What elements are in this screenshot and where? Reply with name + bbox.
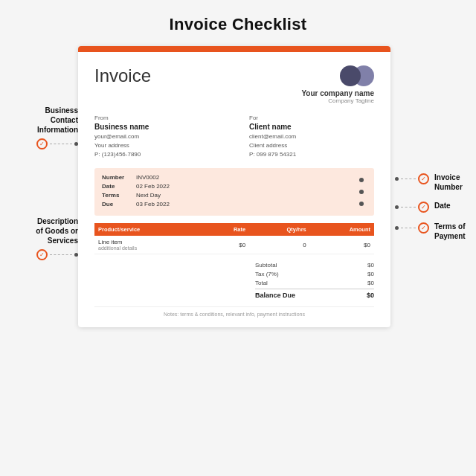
table-row: Line item additional details $0 0 $0 <box>94 236 374 254</box>
from-name: Business name <box>94 123 219 131</box>
for-email: client@email.com <box>249 132 374 141</box>
cell-amount: $0 <box>310 236 374 254</box>
balance-row: Balance Due $0 <box>255 289 374 300</box>
annotation-terms-payment: ✓ Terms ofPayment <box>395 222 457 241</box>
totals-table: Subtotal $0 Tax (7%) $0 Total $0 Balance… <box>255 260 374 300</box>
annotation-date: ✓ Date <box>395 201 457 213</box>
terms-payment-label: Terms ofPayment <box>434 222 466 241</box>
for-address: Client address <box>249 141 374 150</box>
from-phone: P: (123)456-7890 <box>94 150 219 159</box>
dot-3 <box>359 202 364 206</box>
for-column: For Client name client@email.com Client … <box>249 115 374 159</box>
invoice-card: Invoice Your company name Company Taglin… <box>78 46 390 327</box>
for-label: For <box>249 115 374 121</box>
from-label: From <box>94 115 219 121</box>
subtotal-value: $0 <box>367 262 374 268</box>
date-val: 02 Feb 2022 <box>136 183 170 190</box>
tax-row: Tax (7%) $0 <box>255 269 374 278</box>
detail-date-row: Date 02 Feb 2022 <box>102 183 352 190</box>
detail-terms-row: Terms Next Day <box>102 192 352 199</box>
balance-label: Balance Due <box>255 292 295 299</box>
products-table: Product/service Rate Qty/hrs Amount Line… <box>94 223 374 254</box>
annotation-business-contact: BusinessContactInformation ✓ <box>19 106 78 149</box>
company-tagline: Company Tagline <box>301 97 374 104</box>
invoice-number-label: InvoiceNumber <box>434 173 463 192</box>
business-contact-label: BusinessContactInformation <box>19 106 78 135</box>
table-header-row: Product/service Rate Qty/hrs Amount <box>94 223 374 236</box>
col-rate: Rate <box>205 223 249 236</box>
product-sub: additional details <box>98 245 202 251</box>
description-check: ✓ <box>36 249 48 260</box>
detail-due-row: Due 03 Feb 2022 <box>102 201 352 208</box>
right-annotations: ✓ InvoiceNumber ✓ Date ✓ Terms ofPayment <box>390 46 457 245</box>
number-key: Number <box>102 174 130 181</box>
business-contact-check: ✓ <box>36 138 48 149</box>
orange-bar <box>78 46 390 52</box>
cell-rate: $0 <box>205 236 249 254</box>
number-val: INV0002 <box>136 174 159 181</box>
for-name: Client name <box>249 123 374 131</box>
due-val: 03 Feb 2022 <box>136 201 170 208</box>
company-info: Your company name Company Tagline <box>301 65 374 104</box>
table-header: Product/service Rate Qty/hrs Amount <box>94 223 374 236</box>
subtotal-label: Subtotal <box>255 262 277 268</box>
invoice-details-box: Number INV0002 Date 02 Feb 2022 Terms Ne… <box>94 168 374 216</box>
description-label: Descriptionof Goods orServices <box>19 216 78 245</box>
tax-value: $0 <box>367 271 374 277</box>
for-phone: P: 099 879 54321 <box>249 150 374 159</box>
left-annotations: BusinessContactInformation ✓ Description… <box>19 46 78 265</box>
col-product: Product/service <box>94 223 205 236</box>
annotation-description: Descriptionof Goods orServices ✓ <box>19 216 78 260</box>
product-name: Line item <box>98 239 202 245</box>
details-dots <box>359 174 367 210</box>
terms-payment-check: ✓ <box>418 222 429 234</box>
total-value: $0 <box>367 280 374 286</box>
terms-val: Next Day <box>136 192 161 199</box>
tax-label: Tax (7%) <box>255 271 279 277</box>
totals-section: Subtotal $0 Tax (7%) $0 Total $0 Balance… <box>94 260 374 300</box>
dot-2 <box>359 190 364 194</box>
invoice-title: Invoice <box>94 65 151 86</box>
subtotal-row: Subtotal $0 <box>255 260 374 269</box>
cell-product: Line item additional details <box>94 236 205 254</box>
annotation-invoice-number: ✓ InvoiceNumber <box>395 173 457 192</box>
col-qty: Qty/hrs <box>249 223 310 236</box>
logo-circle-dark <box>340 65 361 86</box>
total-row: Total $0 <box>255 278 374 287</box>
date-ann-label: Date <box>434 201 451 210</box>
table-body: Line item additional details $0 0 $0 <box>94 236 374 254</box>
from-address: Your address <box>94 141 219 150</box>
company-logo <box>301 65 374 86</box>
dot-1 <box>359 178 364 182</box>
detail-number-row: Number INV0002 <box>102 174 352 181</box>
notes: Notes: terms & conditions, relevant info… <box>94 306 374 317</box>
company-name: Your company name <box>301 89 374 97</box>
invoice-header: Invoice Your company name Company Taglin… <box>94 65 374 104</box>
page-title: Invoice Checklist <box>170 15 307 34</box>
due-key: Due <box>102 201 130 208</box>
from-column: From Business name your@email.com Your a… <box>94 115 219 159</box>
col-amount: Amount <box>310 223 374 236</box>
details-left: Number INV0002 Date 02 Feb 2022 Terms Ne… <box>102 174 352 210</box>
total-label: Total <box>255 280 268 286</box>
from-email: your@email.com <box>94 132 219 141</box>
cell-qty: 0 <box>249 236 310 254</box>
terms-key: Terms <box>102 192 130 199</box>
balance-value: $0 <box>367 292 374 299</box>
invoice-number-check: ✓ <box>418 173 429 184</box>
from-for-section: From Business name your@email.com Your a… <box>94 115 374 159</box>
date-key: Date <box>102 183 130 190</box>
date-check: ✓ <box>418 202 429 213</box>
